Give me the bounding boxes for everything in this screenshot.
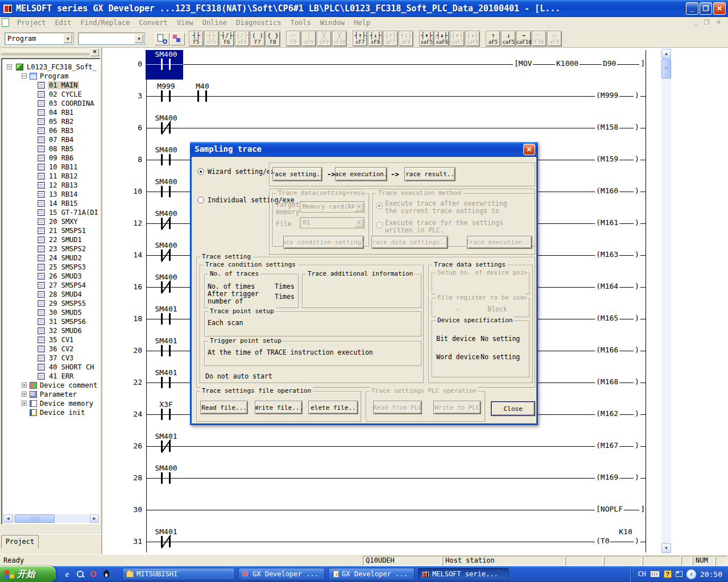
sidebar-grip[interactable]: [1, 49, 90, 55]
tree-item-09-rb6[interactable]: 09 RB6: [1, 153, 100, 163]
contact-device-label[interactable]: SM401: [148, 336, 184, 345]
tree-item-device-init[interactable]: Device init: [1, 408, 100, 417]
chevron-down-icon[interactable]: ▼: [63, 34, 73, 44]
tool-rising-pulse-close[interactable]: ┤↟├saF5: [419, 31, 434, 47]
tool-open-contact[interactable]: ┤├F5: [189, 31, 204, 47]
tree-item-23-smsps2[interactable]: 23 SMSPS2: [1, 244, 100, 253]
menu-diagnostics[interactable]: Diagnostics: [231, 18, 286, 28]
wizard-trace-result-button[interactable]: Trace result...: [404, 167, 456, 181]
tree-item-device-memory[interactable]: +Device memory: [1, 399, 100, 408]
tree-item-28-smud4[interactable]: 28 SMUD4: [1, 290, 100, 299]
tree-item-13-rb14[interactable]: 13 RB14: [1, 190, 100, 199]
tree-item-35-cv1[interactable]: 35 CV1: [1, 335, 100, 344]
language-indicator[interactable]: CH: [638, 570, 646, 578]
coil-device-label[interactable]: (M168: [595, 377, 619, 386]
tree-item-25-smsps3[interactable]: 25 SMSPS3: [1, 263, 100, 272]
comment-display-button[interactable]: [155, 32, 169, 45]
scroll-right-icon[interactable]: ►: [90, 514, 99, 523]
individual-setting-radio[interactable]: [197, 197, 204, 203]
coil-device-label[interactable]: (M158: [595, 123, 619, 131]
tree-item-02-cycle[interactable]: 02 CYCLE: [1, 90, 100, 99]
tree-item-26-smud3[interactable]: 26 SMUD3: [1, 272, 100, 281]
tool-falling-pulse[interactable]: ┤↓├sF8: [368, 31, 383, 47]
start-button[interactable]: 开始: [0, 566, 56, 582]
tool-closed-contact[interactable]: ┤/├F6: [220, 31, 234, 47]
tree-item-30-smud5[interactable]: 30 SMUD5: [1, 308, 100, 317]
contact-device-label[interactable]: SM400: [148, 177, 184, 186]
write-file-button[interactable]: Write file...: [255, 401, 303, 414]
coil-device-label[interactable]: (M164: [595, 282, 619, 290]
coil-device-label[interactable]: (M167: [595, 441, 619, 450]
tree-item-device-comment[interactable]: +Device comment: [1, 381, 100, 390]
tree-item-01-main[interactable]: 01 MAIN: [1, 81, 100, 90]
coil-device-label[interactable]: (M163: [595, 250, 619, 259]
project-tree-toggle-button[interactable]: [170, 32, 185, 45]
tree-item-11-rb12[interactable]: 11 RB12: [1, 172, 100, 181]
coil-device-label[interactable]: (M999: [595, 91, 619, 99]
tree-item-22-smud1[interactable]: 22 SMUD1: [1, 235, 100, 244]
tree-item-15-gt-71a-di[interactable]: 15 GT-71A(DI: [1, 208, 100, 217]
coil-device-label[interactable]: (T0: [595, 537, 610, 545]
menu-convert[interactable]: Convert: [134, 18, 172, 28]
tree-item-31-smsps6[interactable]: 31 SMSPS6: [1, 317, 100, 326]
program-type-combobox[interactable]: Program ▼: [5, 32, 74, 45]
coil-device-label[interactable]: (M159: [595, 155, 619, 163]
tree-item-20-smxy[interactable]: 20 SMXY: [1, 217, 100, 226]
tree-item-10-rb11[interactable]: 10 RB11: [1, 163, 100, 172]
taskbar-gx-developer[interactable]: GX Developer ...: [328, 568, 415, 580]
menu-window[interactable]: Window: [316, 18, 349, 28]
tree-item-40-short-ch[interactable]: 40 SHORT CH: [1, 363, 100, 372]
menu-edit[interactable]: Edit: [51, 18, 76, 28]
menu-view[interactable]: View: [172, 18, 198, 28]
tool-rising-pulse[interactable]: ┤↑├sF7: [353, 31, 367, 47]
opera-quicklaunch-icon[interactable]: [89, 569, 98, 579]
contact-device-label[interactable]: SM400: [148, 209, 184, 218]
dialog-close-icon[interactable]: ✕: [523, 144, 535, 155]
dialog-titlebar[interactable]: Sampling trace: [190, 142, 538, 157]
tree-item-parameter[interactable]: +Parameter: [1, 390, 100, 399]
tree-item-03-coordina[interactable]: 03 COORDINA: [1, 99, 100, 108]
instruction-block[interactable]: [MOVK1000D90]: [513, 59, 646, 68]
tool-falling-pulse-close[interactable]: ┤↡├saF6: [435, 31, 449, 47]
close-button[interactable]: ✕: [713, 2, 726, 15]
expand-icon[interactable]: +: [22, 392, 27, 397]
tree-item-08-rb5[interactable]: 08 RB5: [1, 144, 100, 153]
contact-device-label[interactable]: SM400: [148, 146, 184, 154]
tree-item-36-cv2[interactable]: 36 CV2: [1, 344, 100, 354]
taskbar-melsoft-serie[interactable]: MELSOFT serie...: [418, 568, 509, 580]
scrollbar-thumb[interactable]: [15, 514, 55, 523]
tree-item-21-smsps1[interactable]: 21 SMSPS1: [1, 226, 100, 235]
chevron-down-icon[interactable]: ▼: [134, 34, 144, 44]
menu-help[interactable]: Help: [349, 18, 375, 28]
contact-device-label[interactable]: SM401: [148, 432, 184, 440]
expand-icon[interactable]: +: [22, 401, 27, 406]
tree-item-05-rb2[interactable]: 05 RB2: [1, 117, 100, 126]
menu-project[interactable]: Project: [13, 18, 51, 28]
keyboard-icon[interactable]: [650, 571, 660, 577]
contact-device-label[interactable]: SM401: [148, 368, 184, 377]
scroll-up-icon[interactable]: ▲: [661, 49, 671, 59]
taskbar-mitsubishi[interactable]: MITSUBISHI: [122, 568, 235, 580]
tree-item-14-rb15[interactable]: 14 RB15: [1, 199, 100, 208]
contact-device-label[interactable]: SM400: [148, 273, 184, 281]
menu-tools[interactable]: Tools: [286, 18, 316, 28]
restore-button[interactable]: ❐: [700, 2, 712, 15]
menu-online[interactable]: Online: [198, 18, 231, 28]
contact-device-label[interactable]: SM400: [148, 241, 184, 250]
contact-device-label[interactable]: SM401: [148, 527, 184, 536]
ie-quicklaunch-icon[interactable]: [63, 569, 72, 579]
collapse-tray-icon[interactable]: ‹: [686, 569, 696, 579]
help-tray-icon[interactable]: ?: [664, 570, 672, 578]
contact-device-label[interactable]: M40: [185, 82, 220, 90]
tool-application-instruction[interactable]: { }F8: [266, 31, 280, 47]
scroll-down-icon[interactable]: ▼: [661, 543, 671, 553]
qq-quicklaunch-icon[interactable]: [102, 569, 111, 579]
collapse-icon[interactable]: −: [7, 64, 12, 69]
tool-convert-operation-results[interactable]: ↓caF5: [501, 31, 516, 47]
tool-invert-operation-results[interactable]: ↑aF5: [486, 31, 500, 47]
sidebar-close-icon[interactable]: ✕: [90, 48, 99, 56]
wizard-trace-setting-button[interactable]: Trace setting...: [272, 167, 322, 181]
wizard-race-execution-button[interactable]: race execution..: [335, 167, 387, 181]
find-combobox[interactable]: ▼: [78, 32, 145, 45]
minimize-button[interactable]: _: [686, 2, 698, 15]
